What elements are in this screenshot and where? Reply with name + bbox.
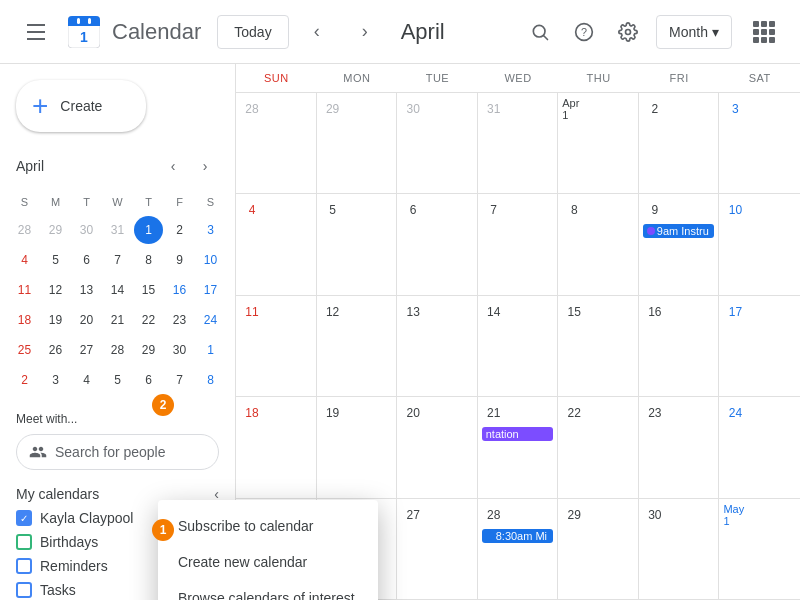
mini-day[interactable]: 21 [103,306,132,334]
day-number[interactable]: 5 [321,198,345,222]
day-number[interactable]: 11 [240,300,264,324]
day-number[interactable]: 15 [562,300,586,324]
create-button[interactable]: + Create [16,80,146,132]
cal-day[interactable]: 3 [719,93,800,193]
cal-day[interactable]: 6 [397,194,478,294]
day-number[interactable]: 10 [723,198,747,222]
mini-day[interactable]: 5 [103,366,132,394]
cal-day[interactable]: 31 [478,93,559,193]
day-number[interactable]: 30 [643,503,667,527]
cal-day[interactable]: 5 [317,194,398,294]
mini-day[interactable]: 24 [196,306,225,334]
mini-day[interactable]: 9 [165,246,194,274]
mini-day[interactable]: 5 [41,246,70,274]
mini-day[interactable]: 28 [10,216,39,244]
mini-day[interactable]: 1 [196,336,225,364]
day-number[interactable]: 28 [240,97,264,121]
day-number[interactable]: 29 [562,503,586,527]
day-number[interactable]: 3 [723,97,747,121]
cal-day-apr19[interactable]: 19 [317,397,398,497]
mini-day[interactable]: 27 [72,336,101,364]
day-number[interactable]: 6 [401,198,425,222]
mini-day[interactable]: 20 [72,306,101,334]
day-number[interactable]: 29 [321,97,345,121]
mini-day[interactable]: 29 [41,216,70,244]
mini-day[interactable]: 22 [134,306,163,334]
day-number[interactable]: 30 [401,97,425,121]
mini-day[interactable]: 8 [134,246,163,274]
apps-button[interactable] [744,12,784,52]
mini-day[interactable]: 2 [10,366,39,394]
day-number[interactable]: 2 [643,97,667,121]
mini-day[interactable]: 2 [165,216,194,244]
mini-day[interactable]: 12 [41,276,70,304]
day-number[interactable]: 31 [482,97,506,121]
mini-day[interactable]: 11 [10,276,39,304]
day-number[interactable]: 14 [482,300,506,324]
cal-day-may1[interactable]: May 1 [719,499,800,599]
day-number[interactable]: May 1 [723,503,747,527]
cal-day[interactable]: 16 [639,296,720,396]
cal-day[interactable]: 11 [236,296,317,396]
calendar-checkbox-birthdays[interactable] [16,534,32,550]
cal-day[interactable]: 22 [558,397,639,497]
day-number[interactable]: 23 [643,401,667,425]
mini-day[interactable]: 18 [10,306,39,334]
mini-day[interactable]: 15 [134,276,163,304]
mini-day[interactable]: 19 [41,306,70,334]
help-button[interactable]: ? [564,12,604,52]
cal-day[interactable]: 20 [397,397,478,497]
day-number[interactable]: 21 [482,401,506,425]
cal-day[interactable]: 29 [317,93,398,193]
mini-day[interactable]: 14 [103,276,132,304]
subscribe-calendar-item[interactable]: Subscribe to calendar [158,508,378,544]
mini-day[interactable]: 6 [134,366,163,394]
day-number[interactable]: 19 [321,401,345,425]
calendar-checkbox-tasks[interactable] [16,582,32,598]
mini-day[interactable]: 30 [165,336,194,364]
day-number[interactable]: 9 [643,198,667,222]
cal-day[interactable]: 15 [558,296,639,396]
mini-prev-button[interactable]: ‹ [159,152,187,180]
cal-day[interactable]: 23 [639,397,720,497]
mini-day[interactable]: 17 [196,276,225,304]
day-number[interactable]: Apr 1 [562,97,586,121]
cal-day[interactable]: 17 [719,296,800,396]
mini-day[interactable]: 28 [103,336,132,364]
browse-calendars-item[interactable]: Browse calendars of interest [158,580,378,600]
cal-day[interactable]: 2 [639,93,720,193]
day-number[interactable]: 20 [401,401,425,425]
cal-day[interactable]: 29 [558,499,639,599]
mini-day[interactable]: 16 [165,276,194,304]
menu-button[interactable] [16,12,56,52]
calendar-event[interactable]: 8:30am Mi [482,529,554,543]
day-number[interactable]: 12 [321,300,345,324]
mini-day[interactable]: 7 [103,246,132,274]
cal-day-apr28[interactable]: 28 8:30am Mi [478,499,559,599]
day-number[interactable]: 16 [643,300,667,324]
mini-day[interactable]: 29 [134,336,163,364]
calendar-event[interactable]: 9am Instru [643,224,715,238]
settings-button[interactable] [608,12,648,52]
mini-day[interactable]: 26 [41,336,70,364]
mini-day[interactable]: 25 [10,336,39,364]
create-new-calendar-item[interactable]: Create new calendar [158,544,378,580]
prev-button[interactable]: ‹ [297,12,337,52]
calendar-checkbox-kayla[interactable] [16,510,32,526]
cal-day[interactable]: 8 [558,194,639,294]
cal-day-apr21[interactable]: 21 ntation [478,397,559,497]
mini-day[interactable]: 3 [196,216,225,244]
search-button[interactable] [520,12,560,52]
mini-day[interactable]: 31 [103,216,132,244]
search-people-input[interactable]: Search for people [16,434,219,470]
mini-day[interactable]: 3 [41,366,70,394]
mini-day[interactable]: 6 [72,246,101,274]
day-number[interactable]: 27 [401,503,425,527]
day-number[interactable]: 17 [723,300,747,324]
mini-day[interactable]: 10 [196,246,225,274]
cal-day[interactable]: 14 [478,296,559,396]
mini-next-button[interactable]: › [191,152,219,180]
mini-day[interactable]: 23 [165,306,194,334]
mini-day[interactable]: 4 [10,246,39,274]
day-number[interactable]: 24 [723,401,747,425]
